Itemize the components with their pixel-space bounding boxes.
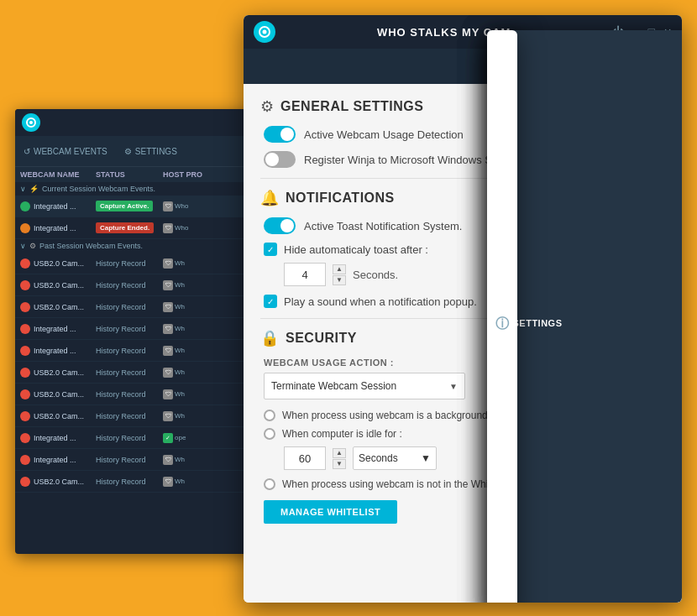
table-row[interactable]: USB2.0 Cam... History Record 🛡Wh — [15, 384, 275, 405]
status-badge: History Record — [96, 325, 146, 333]
chevron-icon: ∨ — [20, 185, 26, 193]
host-icon: 🛡 — [163, 280, 173, 290]
col-header-status: STATUS — [96, 170, 163, 179]
bg-nav-settings[interactable]: ⚙ SETTINGS — [116, 136, 186, 166]
table-row[interactable]: Integrated ... History Record 🛡Wh — [15, 449, 275, 471]
toast-seconds-label: Seconds. — [353, 269, 398, 281]
idle-spinner[interactable]: ▲ ▼ — [333, 448, 346, 469]
idle-spin-up[interactable]: ▲ — [333, 448, 346, 458]
lock-icon: 🔒 — [260, 329, 279, 347]
notifications-title: NOTIFICATIONS — [286, 191, 395, 206]
status-badge: History Record — [96, 303, 146, 311]
active-detection-toggle[interactable] — [264, 126, 296, 143]
table-row[interactable]: USB2.0 Cam... History Record 🛡Wh — [15, 471, 275, 493]
idle-radio[interactable] — [264, 428, 275, 440]
host-icon: 🛡 — [163, 389, 173, 399]
active-toast-label: Active Toast Notification System. — [304, 220, 462, 232]
idle-seconds-input[interactable]: 60 — [284, 446, 326, 470]
cam-status-icon — [20, 477, 30, 487]
active-detection-label: Active Webcam Usage Detection — [304, 128, 464, 141]
idle-dropdown-arrow: ▼ — [421, 452, 431, 464]
dropdown-arrow-icon: ▼ — [449, 382, 458, 391]
table-header: WEBCAM NAME STATUS HOST PRO — [15, 166, 275, 182]
status-badge: History Record — [96, 456, 146, 464]
table-row[interactable]: USB2.0 Cam... History Record 🛡Wh — [15, 362, 275, 384]
play-sound-checkbox[interactable]: ✓ — [264, 295, 277, 308]
table-row[interactable]: USB2.0 Cam... History Record 🛡Wh — [15, 296, 275, 318]
status-badge: History Record — [96, 412, 146, 420]
toast-seconds-spinner[interactable]: ▲ ▼ — [333, 264, 346, 285]
host-icon: 🛡 — [163, 346, 173, 356]
cam-status-icon — [20, 411, 30, 421]
svg-point-1 — [29, 121, 33, 124]
table-row[interactable]: Integrated ... Capture Active. 🛡 Who — [15, 196, 275, 217]
table-row[interactable]: Integrated ... History Record 🛡Wh — [15, 340, 275, 362]
table-row[interactable]: Integrated ... History Record 🛡Wh — [15, 318, 275, 340]
status-badge: History Record — [96, 281, 146, 290]
cam-status-icon — [20, 201, 30, 211]
status-badge: History Record — [96, 390, 146, 399]
bg-nav-webcam-events[interactable]: ↺ WEBCAM EVENTS — [15, 136, 116, 166]
bg-nav-bar: ↺ WEBCAM EVENTS ⚙ SETTINGS — [15, 136, 275, 166]
hide-toast-label: Hide automaticaly toast after : — [284, 243, 428, 256]
status-badge-ended: Capture Ended. — [96, 222, 154, 233]
cam-status-icon — [20, 455, 30, 465]
chevron-icon: ∨ — [20, 242, 26, 250]
status-badge: History Record — [96, 368, 146, 377]
whitelist-radio[interactable] — [264, 478, 275, 490]
status-badge: History Record — [96, 478, 146, 486]
fg-nav-bar: ✦ ↺ WEBCAM EVENTS ⚙ SETTINGS ⓘ — [244, 49, 682, 84]
status-badge: History Record — [96, 347, 146, 355]
webcam-action-dropdown[interactable]: Terminate Webcam Session ▼ — [264, 373, 465, 399]
table-row[interactable]: Integrated ... Capture Ended. 🛡 Who — [15, 217, 275, 239]
host-icon: 🛡 — [163, 368, 173, 378]
status-badge-active: Capture Active. — [96, 201, 153, 211]
idle-unit-dropdown[interactable]: Seconds ▼ — [353, 446, 437, 470]
gear-icon-sm: ⚙ — [124, 147, 132, 156]
host-icon: 🛡 — [163, 223, 173, 233]
host-icon: 🛡 — [163, 201, 173, 211]
host-icon: 🛡 — [163, 411, 173, 421]
host-icon: ✓ — [163, 433, 173, 443]
host-icon: 🛡 — [163, 302, 173, 312]
bg-logo-icon — [22, 113, 40, 132]
general-settings-title: GENERAL SETTINGS — [280, 99, 423, 114]
cam-status-icon — [20, 389, 30, 399]
spin-down[interactable]: ▼ — [333, 275, 346, 285]
manage-whitelist-button[interactable]: MANAGE WHITELIST — [264, 500, 397, 524]
fg-logo-icon — [254, 21, 275, 43]
table-row[interactable]: USB2.0 Cam... History Record 🛡Wh — [15, 274, 275, 296]
cam-status-icon — [20, 368, 30, 378]
past-session-header: ∨ ⚙ Past Session Webcam Events. — [15, 239, 275, 253]
toast-seconds-input[interactable]: 4 — [284, 263, 326, 286]
whitelist-label: When process using webcam is not in the … — [282, 478, 515, 490]
register-startup-toggle[interactable] — [264, 151, 296, 168]
cam-status-icon — [20, 280, 30, 290]
host-icon: 🛡 — [163, 455, 173, 465]
status-badge: History Record — [96, 259, 146, 268]
hide-toast-checkbox[interactable]: ✓ — [264, 243, 277, 256]
table-row[interactable]: USB2.0 Cam... History Record 🛡Wh — [15, 405, 275, 427]
cam-status-icon — [20, 433, 30, 443]
info-button[interactable]: ⓘ — [487, 30, 517, 603]
table-row[interactable]: Integrated ... History Record ✓ope — [15, 427, 275, 449]
status-badge: History Record — [96, 434, 146, 442]
background-process-radio[interactable] — [264, 410, 275, 421]
active-toast-toggle[interactable] — [264, 217, 296, 234]
svg-point-3 — [263, 30, 267, 34]
spin-up[interactable]: ▲ — [333, 264, 346, 274]
bg-title-bar — [15, 109, 275, 136]
table-row[interactable]: USB2.0 Cam... History Record 🛡Wh — [15, 253, 275, 274]
col-header-name: WEBCAM NAME — [20, 170, 96, 179]
settings-window: WHO STALKS MY CAM ⏻ − □ ∨ ✦ ↺ WEBCAM EVE… — [244, 15, 682, 603]
idle-spin-down[interactable]: ▼ — [333, 459, 346, 469]
cam-status-icon — [20, 258, 30, 269]
security-title: SECURITY — [286, 331, 357, 346]
host-icon: 🛡 — [163, 477, 173, 487]
cam-status-icon — [20, 346, 30, 356]
cam-status-icon — [20, 324, 30, 334]
bell-icon: 🔔 — [260, 189, 279, 207]
host-icon: 🛡 — [163, 324, 173, 334]
host-icon: 🛡 — [163, 258, 173, 269]
current-session-header: ∨ ⚡ Current Session Webcam Events. — [15, 182, 275, 196]
